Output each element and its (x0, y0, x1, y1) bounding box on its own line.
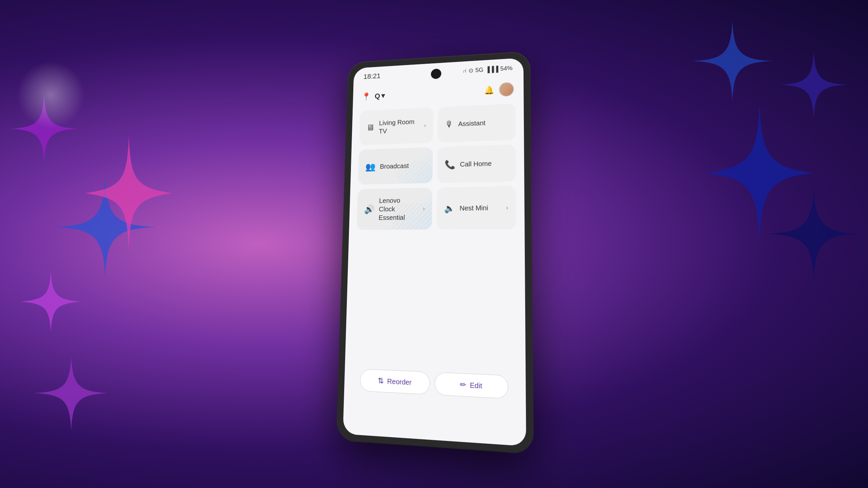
broadcast-label: Broadcast (380, 162, 409, 171)
bell-icon[interactable]: 🔔 (484, 85, 494, 95)
card-lenovo-clock[interactable]: 🔊 Lenovo Clock Essential › (357, 188, 432, 230)
card-living-room-tv[interactable]: 🖥 Living Room TV › (359, 107, 433, 145)
home-selector[interactable]: Q ▾ (375, 92, 385, 100)
card-call-home[interactable]: 📞 Call Home (437, 144, 516, 183)
deco-star-r3 (780, 51, 848, 120)
call-home-label: Call Home (460, 159, 492, 169)
tv-icon: 🖥 (366, 123, 375, 133)
arrow-icon-nest: › (506, 204, 508, 211)
signal-icon: 5G (475, 66, 484, 74)
nav-left: 📍 Q ▾ (361, 92, 385, 101)
nav-right: 🔔 (484, 82, 514, 98)
deco-star-pink (85, 136, 173, 252)
edit-icon: ✏ (460, 380, 466, 390)
arrow-icon-tv: › (424, 122, 426, 129)
battery-icon: 54% (500, 65, 512, 72)
deco-star-r1 (692, 20, 773, 103)
avatar[interactable] (499, 82, 514, 97)
edit-button[interactable]: ✏ Edit (435, 372, 508, 399)
reorder-label: Reorder (387, 377, 412, 386)
card-assistant[interactable]: 🎙 Assistant (437, 104, 515, 143)
lenovo-clock-label: Lenovo Clock Essential (378, 196, 418, 222)
nest-mini-label: Nest Mini (460, 203, 488, 212)
card-nest-mini[interactable]: 🔈 Nest Mini › (436, 186, 516, 229)
chevron-down-icon: ▾ (381, 92, 385, 100)
reorder-button[interactable]: ⇅ Reorder (360, 369, 430, 395)
device-grid: 🖥 Living Room TV › 🎙 Assistant 👥 Broadca… (357, 104, 516, 230)
home-label: Q (375, 92, 380, 100)
deco-star-3 (20, 271, 81, 333)
deco-star-bl (34, 356, 108, 432)
deco-star-r2 (705, 102, 814, 245)
phone-body: 18:21 ⑁ ⊙ 5G ▐▐▐ 54% 📍 Q ▾ (337, 52, 533, 453)
status-icons: ⑁ ⊙ 5G ▐▐▐ 54% (463, 64, 513, 74)
status-time: 18:21 (363, 72, 381, 81)
bottom-buttons: ⇅ Reorder ✏ Edit (360, 369, 508, 399)
deco-star-1 (10, 95, 78, 164)
reorder-icon: ⇅ (378, 376, 384, 386)
card-broadcast[interactable]: 👥 Broadcast (358, 147, 433, 184)
glow-orb (17, 61, 85, 129)
deco-star-2 (54, 176, 156, 279)
nest-icon: 🔈 (444, 203, 455, 214)
phone-icon: 📞 (445, 159, 455, 170)
edit-label: Edit (470, 381, 482, 390)
bluetooth-icon: ⑁ (463, 67, 467, 74)
microphone-icon: 🎙 (445, 119, 454, 130)
location-icon-status: ⊙ (468, 67, 473, 74)
phone-container: 18:21 ⑁ ⊙ 5G ▐▐▐ 54% 📍 Q ▾ (337, 52, 533, 453)
arrow-icon-lenovo: › (423, 205, 425, 212)
bars-icon: ▐▐▐ (486, 65, 498, 73)
phone-screen: 18:21 ⑁ ⊙ 5G ▐▐▐ 54% 📍 Q ▾ (343, 58, 526, 446)
grid-area: 🖥 Living Room TV › 🎙 Assistant 👥 Broadca… (352, 104, 517, 408)
speaker-icon: 🔊 (364, 204, 375, 214)
assistant-label: Assistant (458, 119, 485, 128)
broadcast-icon: 👥 (365, 162, 376, 172)
deco-star-r4 (766, 186, 861, 283)
location-pin-icon[interactable]: 📍 (361, 92, 371, 101)
living-room-tv-label: Living Room TV (379, 117, 420, 136)
